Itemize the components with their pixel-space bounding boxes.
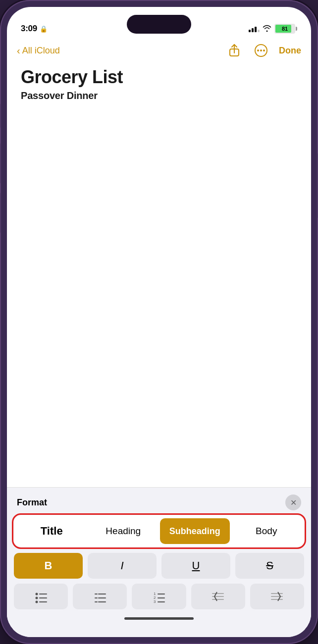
back-label: All iCloud — [22, 46, 60, 56]
signal-bar-4 — [258, 30, 260, 32]
bullet-list-button[interactable] — [14, 584, 68, 609]
format-panel: Format ✕ Title Heading Subheading — [7, 488, 311, 637]
home-indicator — [7, 609, 311, 627]
svg-text:3: 3 — [154, 599, 156, 603]
list-formatting-row: 1 2 3 — [7, 584, 311, 609]
style-selector-wrapper: Title Heading Subheading Body — [14, 515, 304, 547]
note-title: Grocery List — [21, 67, 297, 87]
format-close-button[interactable]: ✕ — [285, 495, 301, 510]
svg-point-2 — [257, 50, 259, 51]
volume-up-button[interactable] — [0, 144, 0, 183]
style-selector: Title Heading Subheading Body — [14, 515, 304, 547]
battery-text: 81 — [282, 26, 288, 32]
format-header: Format ✕ — [7, 488, 311, 515]
bold-button[interactable]: B — [14, 553, 83, 579]
phone-shell: 3:09 🔒 — [0, 0, 318, 644]
signal-bar-3 — [255, 27, 257, 32]
battery-tip — [296, 27, 297, 31]
italic-button[interactable]: I — [88, 553, 157, 579]
underline-button[interactable]: U — [161, 553, 230, 579]
svg-point-3 — [260, 50, 262, 51]
share-button[interactable] — [225, 42, 243, 59]
style-body-button[interactable]: Body — [232, 518, 302, 544]
close-icon: ✕ — [290, 498, 297, 507]
note-subtitle: Passover Dinner — [21, 90, 297, 101]
mute-button[interactable] — [0, 104, 0, 128]
chevron-left-icon: ‹ — [17, 46, 20, 55]
dynamic-island — [127, 15, 191, 34]
volume-down-button[interactable] — [0, 193, 0, 233]
home-bar — [124, 617, 194, 620]
nav-actions: Done — [225, 42, 301, 59]
status-icons: 81 — [249, 24, 297, 34]
battery: 81 — [274, 24, 297, 34]
text-formatting-row: B I U S — [7, 553, 311, 579]
done-button[interactable]: Done — [279, 46, 301, 56]
indent-left-button[interactable] — [191, 584, 245, 609]
svg-point-9 — [35, 601, 38, 603]
style-heading-button[interactable]: Heading — [89, 518, 159, 544]
strikethrough-button[interactable]: S — [235, 553, 304, 579]
signal-bar-2 — [252, 28, 254, 32]
svg-point-7 — [35, 597, 38, 599]
format-title: Format — [17, 497, 47, 508]
status-time: 3:09 — [21, 24, 37, 34]
style-subheading-button[interactable]: Subheading — [160, 518, 230, 544]
back-button[interactable]: ‹ All iCloud — [17, 46, 60, 56]
style-title-button[interactable]: Title — [17, 518, 87, 544]
numbered-list-button[interactable]: 1 2 3 — [132, 584, 186, 609]
indent-right-button[interactable] — [250, 584, 304, 609]
lock-icon: 🔒 — [40, 25, 48, 33]
signal-bars — [249, 25, 260, 32]
note-content: Grocery List Passover Dinner — [7, 63, 311, 487]
screen: 3:09 🔒 — [7, 7, 311, 637]
signal-bar-1 — [249, 30, 251, 32]
nav-bar: ‹ All iCloud — [7, 38, 311, 63]
svg-point-5 — [35, 593, 38, 595]
wifi-icon — [263, 25, 271, 33]
more-button[interactable] — [252, 42, 270, 59]
svg-point-4 — [263, 50, 265, 51]
dash-list-button[interactable] — [73, 584, 127, 609]
